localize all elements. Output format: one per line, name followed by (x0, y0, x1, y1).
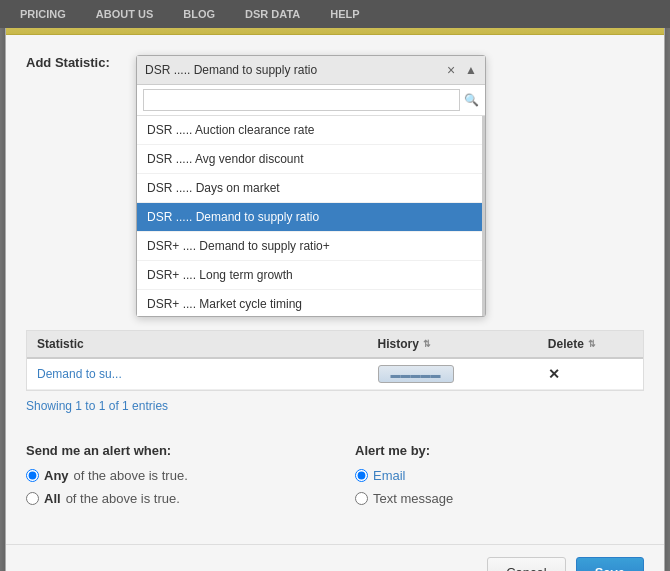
history-button[interactable]: ▬▬▬▬▬ (378, 365, 454, 383)
email-label: Email (373, 468, 406, 483)
email-option-row: Email (355, 468, 644, 483)
text-label: Text message (373, 491, 453, 506)
nav-help[interactable]: HELP (330, 8, 359, 20)
statistic-dropdown[interactable]: DSR ..... Demand to supply ratio × ▲ 🔍 D… (136, 55, 486, 317)
row-history: ▬▬▬▬▬ (378, 365, 548, 383)
dropdown-item-6[interactable]: DSR+ .... Market cycle timing (137, 290, 482, 316)
dropdown-list: DSR ..... Auction clearance rate DSR ...… (137, 116, 485, 316)
delete-sort-icon: ⇅ (588, 339, 596, 349)
dropdown-item-0[interactable]: DSR ..... Auction clearance rate (137, 116, 482, 145)
dropdown-close-icon[interactable]: × (447, 62, 455, 78)
alert-by-title: Alert me by: (355, 443, 644, 458)
col-delete-header: Delete ⇅ (548, 337, 633, 351)
any-radio[interactable] (26, 469, 39, 482)
nav-blog[interactable]: BLOG (183, 8, 215, 20)
delete-button[interactable]: ✕ (548, 366, 560, 382)
dropdown-item-2[interactable]: DSR ..... Days on market (137, 174, 482, 203)
alert-conditions: Send me an alert when: Any of the above … (26, 433, 644, 524)
modal-body: Add Statistic: DSR ..... Demand to suppl… (6, 35, 664, 544)
all-label: All (44, 491, 61, 506)
text-option-row: Text message (355, 491, 644, 506)
all-suffix: of the above is true. (66, 491, 180, 506)
cancel-button[interactable]: Cancel (487, 557, 565, 572)
all-option-row: All of the above is true. (26, 491, 315, 506)
table-header: Statistic History ⇅ Delete ⇅ (27, 331, 643, 359)
alert-by-col: Alert me by: Email Text message (355, 443, 644, 514)
row-statistic: Demand to su... (37, 367, 378, 381)
dropdown-search-input[interactable] (143, 89, 460, 111)
dropdown-search-row: 🔍 (137, 85, 485, 116)
add-statistic-row: Add Statistic: DSR ..... Demand to suppl… (26, 55, 644, 70)
any-label: Any (44, 468, 69, 483)
nav-pricing[interactable]: PRICING (20, 8, 66, 20)
dropdown-item-3[interactable]: DSR ..... Demand to supply ratio (137, 203, 482, 232)
add-statistic-label: Add Statistic: (26, 55, 110, 70)
text-radio[interactable] (355, 492, 368, 505)
any-suffix: of the above is true. (74, 468, 188, 483)
nav-dsr-data[interactable]: DSR DATA (245, 8, 300, 20)
statistics-table: Statistic History ⇅ Delete ⇅ Demand to s… (26, 330, 644, 391)
send-alert-col: Send me an alert when: Any of the above … (26, 443, 315, 514)
dropdown-item-5[interactable]: DSR+ .... Long term growth (137, 261, 482, 290)
any-option-row: Any of the above is true. (26, 468, 315, 483)
table-row: Demand to su... ▬▬▬▬▬ ✕ (27, 359, 643, 390)
dropdown-item-1[interactable]: DSR ..... Avg vendor discount (137, 145, 482, 174)
dropdown-header: DSR ..... Demand to supply ratio × ▲ (137, 56, 485, 85)
row-delete: ✕ (548, 366, 633, 382)
col-statistic-header: Statistic (37, 337, 378, 351)
dropdown-item-4[interactable]: DSR+ .... Demand to supply ratio+ (137, 232, 482, 261)
save-button[interactable]: Save (576, 557, 644, 572)
col-history-header: History ⇅ (378, 337, 548, 351)
send-alert-title: Send me an alert when: (26, 443, 315, 458)
dropdown-selected-label: DSR ..... Demand to supply ratio (145, 63, 317, 77)
modal-footer: Cancel Save (6, 544, 664, 572)
nav-about[interactable]: ABOUT US (96, 8, 153, 20)
search-icon: 🔍 (464, 93, 479, 107)
showing-text: Showing 1 to 1 of 1 entries (26, 399, 644, 413)
history-sort-icon: ⇅ (423, 339, 431, 349)
all-radio[interactable] (26, 492, 39, 505)
dropdown-expand-icon[interactable]: ▲ (465, 63, 477, 77)
email-radio[interactable] (355, 469, 368, 482)
